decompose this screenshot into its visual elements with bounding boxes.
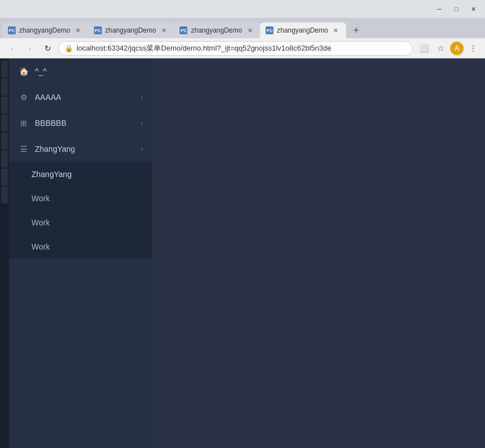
main-content bbox=[152, 58, 485, 448]
aaaaa-arrow: › bbox=[141, 93, 143, 101]
grid-icon: ⊞ bbox=[18, 117, 29, 129]
tab-favicon-4: PC bbox=[266, 26, 273, 34]
submenu-zhangyang-label: ZhangYang bbox=[32, 170, 71, 179]
tabs-bar: PC zhangyangDemo ✕ PC zhangyangDemo ✕ PC… bbox=[0, 18, 485, 38]
tab-close-3[interactable]: ✕ bbox=[245, 26, 254, 35]
tab-2[interactable]: PC zhangyangDemo ✕ bbox=[88, 22, 174, 38]
close-button[interactable]: ✕ bbox=[466, 4, 480, 14]
zhangyang-label: ZhangYang bbox=[35, 144, 135, 153]
menu-button[interactable]: ⋮ bbox=[466, 41, 480, 56]
sidebar-header-label: ^_^ bbox=[35, 67, 143, 76]
page-content: 🏠 ^_^ ⚙ AAAAA › ⊞ BBBBBB › ☰ ZhangYang ›… bbox=[0, 58, 485, 448]
refresh-button[interactable]: ↻ bbox=[41, 41, 55, 56]
forward-button[interactable]: › bbox=[23, 41, 37, 56]
address-actions: ⬜ ☆ A ⋮ bbox=[416, 41, 480, 56]
browser-chrome: ─ □ ✕ PC zhangyangDemo ✕ PC zhangyangDem… bbox=[0, 0, 485, 58]
submenu-work3-label: Work bbox=[32, 242, 50, 251]
tab-favicon-3: PC bbox=[179, 26, 187, 34]
bbbbbb-arrow: › bbox=[141, 119, 143, 127]
zhangyang-submenu: ZhangYang Work Work Work bbox=[9, 162, 152, 259]
zhangyang-arrow: › bbox=[141, 145, 143, 153]
lock-icon: 🔒 bbox=[65, 44, 73, 52]
profile-icon[interactable]: A bbox=[450, 42, 464, 55]
taskbar-item-8 bbox=[1, 187, 8, 203]
taskbar-item-2 bbox=[1, 79, 8, 96]
new-tab-button[interactable]: + bbox=[348, 22, 364, 38]
tab-title-4: zhangyangDemo bbox=[277, 26, 328, 34]
title-bar: ─ □ ✕ bbox=[0, 0, 485, 18]
back-button[interactable]: ‹ bbox=[5, 41, 19, 56]
bookmark-button[interactable]: ☆ bbox=[433, 41, 448, 56]
bbbbbb-label: BBBBBB bbox=[35, 119, 135, 128]
address-bar: ‹ › ↻ 🔒 localhost:63342/jqcss菜单Demo/demo… bbox=[0, 38, 485, 58]
sidebar-item-zhangyang[interactable]: ☰ ZhangYang › bbox=[9, 136, 152, 162]
left-taskbar bbox=[0, 58, 9, 448]
taskbar-item-5 bbox=[1, 133, 8, 150]
submenu-item-zhangyang[interactable]: ZhangYang bbox=[9, 162, 152, 186]
taskbar-item-3 bbox=[1, 97, 8, 114]
cast-button[interactable]: ⬜ bbox=[416, 41, 431, 56]
submenu-work1-label: Work bbox=[32, 194, 50, 203]
taskbar-item-7 bbox=[1, 169, 8, 185]
tab-title-1: zhangyangDemo bbox=[19, 26, 70, 34]
title-bar-controls: ─ □ ✕ bbox=[432, 4, 480, 14]
list-icon: ☰ bbox=[18, 143, 29, 155]
submenu-item-work3[interactable]: Work bbox=[9, 234, 152, 259]
aaaaa-label: AAAAA bbox=[35, 93, 135, 102]
tab-title-3: zhangyangDemo bbox=[191, 26, 242, 34]
sidebar-header[interactable]: 🏠 ^_^ bbox=[9, 58, 152, 84]
tab-title-2: zhangyangDemo bbox=[105, 26, 156, 34]
tab-4[interactable]: PC zhangyangDemo ✕ bbox=[260, 22, 346, 38]
submenu-item-work1[interactable]: Work bbox=[9, 186, 152, 210]
url-bar[interactable]: 🔒 localhost:63342/jqcss菜单Demo/demo.html?… bbox=[59, 41, 413, 56]
home-icon: 🏠 bbox=[18, 66, 29, 77]
tab-favicon-1: PC bbox=[8, 26, 16, 34]
tab-favicon-2: PC bbox=[94, 26, 102, 34]
tab-close-4[interactable]: ✕ bbox=[331, 26, 340, 35]
sidebar-item-aaaaa[interactable]: ⚙ AAAAA › bbox=[9, 84, 152, 110]
tab-close-1[interactable]: ✕ bbox=[74, 26, 83, 35]
tab-1[interactable]: PC zhangyangDemo ✕ bbox=[2, 22, 88, 38]
submenu-item-work2[interactable]: Work bbox=[9, 210, 152, 234]
gear-icon: ⚙ bbox=[18, 92, 29, 103]
taskbar-item-4 bbox=[1, 115, 8, 132]
minimize-button[interactable]: ─ bbox=[432, 4, 447, 14]
sidebar-item-bbbbbb[interactable]: ⊞ BBBBBB › bbox=[9, 110, 152, 136]
taskbar-item-1 bbox=[1, 61, 8, 78]
tab-close-2[interactable]: ✕ bbox=[159, 26, 168, 35]
url-text: localhost:63342/jqcss菜单Demo/demo.html?_i… bbox=[77, 43, 407, 53]
submenu-work2-label: Work bbox=[32, 218, 50, 227]
tab-3[interactable]: PC zhangyangDemo ✕ bbox=[174, 22, 260, 38]
maximize-button[interactable]: □ bbox=[449, 4, 464, 14]
taskbar-item-6 bbox=[1, 151, 8, 168]
sidebar: 🏠 ^_^ ⚙ AAAAA › ⊞ BBBBBB › ☰ ZhangYang ›… bbox=[9, 58, 152, 448]
